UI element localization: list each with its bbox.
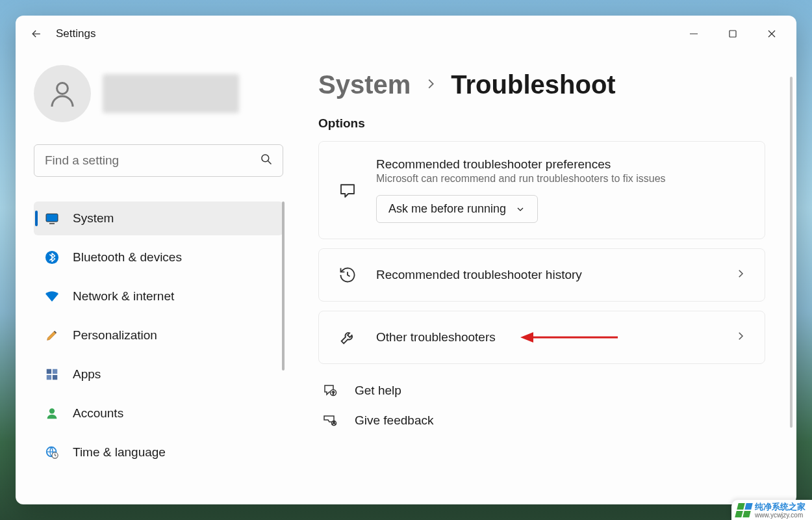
svg-rect-1: [730, 31, 736, 37]
sidebar-item-label: Bluetooth & devices: [73, 250, 182, 265]
minimize-icon: [689, 29, 698, 38]
main-scrollbar[interactable]: [790, 77, 793, 428]
svg-rect-7: [46, 214, 58, 222]
back-button[interactable]: [21, 18, 52, 49]
section-title-options: Options: [318, 116, 765, 131]
profile-info-redacted: [103, 74, 239, 113]
sidebar-item-label: Personalization: [73, 328, 157, 343]
chevron-down-icon: [515, 204, 526, 214]
search-icon: [260, 153, 273, 168]
sidebar-item-label: Network & internet: [73, 289, 174, 304]
settings-window: Settings: [16, 16, 796, 504]
dropdown-value: Ask me before running: [388, 202, 506, 216]
card-other-troubleshooters[interactable]: Other troubleshooters: [318, 311, 765, 364]
card-troubleshooter-history[interactable]: Recommended troubleshooter history: [318, 248, 765, 302]
nav-list: System Bluetooth & devices Network & int…: [34, 202, 283, 474]
breadcrumb-parent[interactable]: System: [318, 70, 411, 99]
breadcrumb-current: Troubleshoot: [451, 70, 615, 99]
sidebar-item-system[interactable]: System: [34, 202, 283, 235]
svg-point-5: [262, 155, 269, 162]
svg-rect-11: [47, 369, 51, 374]
card-troubleshooter-preferences: Recommended troubleshooter preferences M…: [318, 141, 765, 239]
close-button[interactable]: [752, 18, 791, 49]
minimize-button[interactable]: [674, 18, 713, 49]
link-get-help[interactable]: ? Get help: [318, 376, 765, 406]
related-links: ? Get help Give feedback: [318, 376, 765, 436]
sidebar-item-label: Time & language: [73, 445, 166, 460]
content-area: System Bluetooth & devices Network & int…: [16, 52, 796, 504]
watermark: 纯净系统之家 www.ycwjzy.com: [731, 500, 812, 520]
search-box: [34, 144, 283, 177]
sidebar-item-label: System: [73, 211, 114, 226]
chevron-right-icon: [735, 330, 746, 344]
paintbrush-icon: [44, 328, 60, 343]
sidebar-item-label: Apps: [73, 367, 101, 382]
avatar: [34, 65, 91, 122]
help-icon: ?: [322, 382, 339, 399]
sidebar-item-accounts[interactable]: Accounts: [34, 396, 283, 430]
close-icon: [767, 29, 776, 38]
maximize-button[interactable]: [713, 18, 752, 49]
watermark-logo: [735, 503, 752, 517]
svg-point-23: [333, 421, 335, 422]
svg-rect-14: [53, 375, 57, 380]
sidebar-scrollbar[interactable]: [282, 202, 285, 370]
monitor-icon: [44, 211, 60, 226]
svg-rect-13: [47, 375, 51, 380]
svg-point-4: [57, 83, 68, 94]
sidebar-item-apps[interactable]: Apps: [34, 358, 283, 391]
link-give-feedback[interactable]: Give feedback: [318, 406, 765, 436]
card-title: Recommended troubleshooter history: [376, 268, 717, 282]
profile-block[interactable]: [34, 65, 283, 122]
sidebar-item-network[interactable]: Network & internet: [34, 280, 283, 313]
sidebar-item-label: Accounts: [73, 406, 123, 421]
watermark-url: www.ycwjzy.com: [755, 512, 806, 519]
card-title: Other troubleshooters: [376, 330, 717, 344]
preferences-dropdown[interactable]: Ask me before running: [376, 195, 538, 223]
bluetooth-icon: [44, 250, 60, 265]
globe-clock-icon: [44, 445, 60, 460]
history-icon: [337, 265, 358, 285]
svg-rect-12: [53, 369, 57, 374]
svg-point-15: [49, 408, 55, 413]
maximize-icon: [728, 29, 737, 38]
arrow-left-icon: [30, 27, 43, 40]
accounts-icon: [44, 406, 60, 421]
app-title: Settings: [56, 27, 95, 40]
sidebar-item-time-language[interactable]: Time & language: [34, 436, 283, 469]
person-icon: [47, 78, 78, 109]
sidebar: System Bluetooth & devices Network & int…: [16, 52, 295, 504]
chevron-right-icon: [735, 268, 746, 282]
svg-line-6: [268, 161, 272, 164]
wifi-icon: [44, 289, 60, 304]
breadcrumb: System Troubleshoot: [318, 70, 765, 99]
card-title: Recommended troubleshooter preferences: [376, 157, 746, 172]
link-label: Give feedback: [355, 413, 433, 428]
sidebar-item-personalization[interactable]: Personalization: [34, 318, 283, 352]
watermark-title: 纯净系统之家: [755, 502, 806, 512]
wrench-icon: [337, 327, 358, 348]
sidebar-item-bluetooth[interactable]: Bluetooth & devices: [34, 240, 283, 274]
card-subtitle: Microsoft can recommend and run troubles…: [376, 173, 746, 185]
main-panel: System Troubleshoot Options Recommended …: [295, 52, 796, 504]
link-label: Get help: [355, 384, 401, 398]
apps-icon: [44, 367, 60, 382]
chevron-right-icon: [424, 77, 438, 94]
titlebar: Settings: [16, 16, 796, 52]
window-controls: [674, 18, 791, 49]
svg-text:?: ?: [332, 391, 335, 395]
search-input[interactable]: [34, 144, 283, 177]
chat-icon: [337, 180, 358, 201]
feedback-icon: [322, 412, 339, 429]
